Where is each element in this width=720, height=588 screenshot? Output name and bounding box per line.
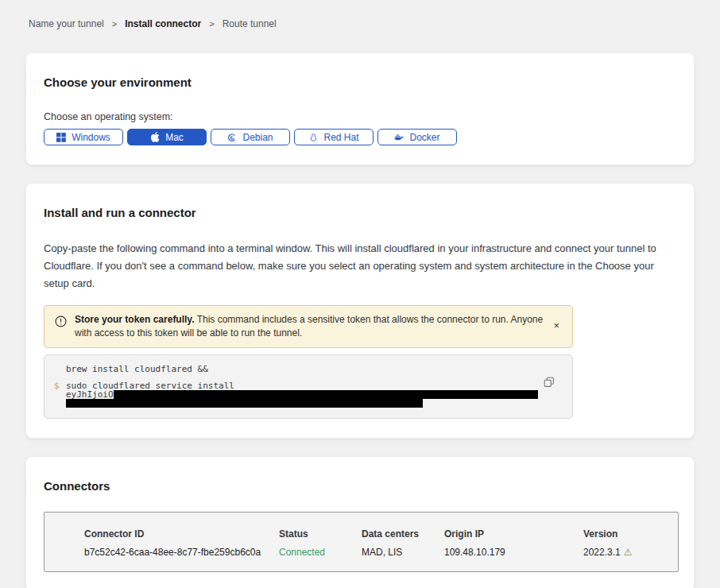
code-line-brew: brew install cloudflared && (66, 365, 561, 373)
os-button-group: Windows Mac Debian Red Hat (44, 129, 676, 145)
data-centers-value: MAD, LIS (362, 547, 444, 558)
breadcrumb-separator: > (112, 19, 117, 29)
environment-card: Choose your environment Choose an operat… (25, 52, 695, 165)
os-button-label: Debian (242, 132, 273, 143)
version-value: 2022.3.1 ⚠ (583, 547, 678, 558)
code-line: brew install cloudflared && (54, 365, 561, 373)
install-card: Install and run a connector Copy-paste t… (25, 183, 695, 439)
os-button-docker[interactable]: Docker (377, 129, 457, 145)
redacted-token-bar (66, 399, 423, 408)
prompt-spacer (54, 365, 66, 373)
connectors-table-header: Connector ID Status Data centers Origin … (84, 528, 678, 540)
token-warning-text: Store your token carefully. This command… (75, 313, 544, 340)
connector-id-value: b7c52c42-6caa-48ee-8c77-fbe259cb6c0a (84, 547, 279, 558)
breadcrumb-route-tunnel[interactable]: Route tunnel (223, 18, 277, 29)
breadcrumb: Name your tunnel > Install connector > R… (25, 18, 695, 29)
header-data-centers: Data centers (362, 528, 444, 540)
os-button-debian[interactable]: Debian (211, 129, 290, 145)
breadcrumb-install-connector[interactable]: Install connector (125, 18, 201, 29)
os-button-redhat[interactable]: Red Hat (294, 129, 374, 145)
header-origin-ip: Origin IP (444, 528, 583, 540)
debian-logo-icon (227, 133, 237, 142)
origin-ip-value: 109.48.10.179 (444, 547, 583, 558)
install-command-code-block: brew install cloudflared && $ sudo cloud… (44, 354, 573, 419)
token-warning-banner: Store your token carefully. This command… (44, 305, 573, 348)
breadcrumb-separator: > (209, 19, 214, 29)
os-button-mac[interactable]: Mac (127, 129, 207, 145)
os-button-label: Red Hat (323, 132, 358, 143)
header-connector-id: Connector ID (84, 528, 279, 540)
shell-prompt: $ (54, 381, 66, 408)
tunnel-setup-page: Name your tunnel > Install connector > R… (0, 0, 720, 588)
docker-logo-icon (394, 133, 404, 142)
code-line-install: sudo cloudflared service installeyJhIjoi… (66, 381, 561, 408)
os-button-windows[interactable]: Windows (44, 129, 123, 145)
os-button-label: Mac (165, 132, 184, 143)
token-warning-title: Store your token carefully. (75, 314, 195, 325)
warning-close-icon[interactable]: × (552, 320, 561, 331)
install-description: Copy-paste the following command into a … (44, 240, 676, 292)
os-button-label: Docker (409, 132, 439, 143)
windows-logo-icon (56, 133, 66, 142)
version-number: 2022.3.1 (583, 547, 621, 558)
status-badge: Connected (279, 547, 362, 558)
copy-icon[interactable] (544, 377, 555, 388)
connectors-card-title: Connectors (44, 479, 676, 493)
version-warning-icon[interactable]: ⚠ (624, 547, 633, 558)
os-select-label: Choose an operating system: (44, 111, 676, 122)
redhat-logo-icon (308, 133, 318, 142)
connectors-table: Connector ID Status Data centers Origin … (44, 512, 679, 572)
install-card-title: Install and run a connector (44, 206, 676, 219)
connectors-card: Connectors Connector ID Status Data cent… (25, 456, 695, 588)
header-status: Status (279, 528, 362, 540)
redacted-token-bar (114, 390, 538, 399)
breadcrumb-name-your-tunnel[interactable]: Name your tunnel (29, 18, 104, 29)
environment-card-title: Choose your environment (44, 75, 676, 89)
connector-row: b7c52c42-6caa-48ee-8c77-fbe259cb6c0a Con… (84, 547, 678, 558)
code-line: $ sudo cloudflared service installeyJhIj… (54, 381, 561, 408)
info-circle-icon (55, 315, 67, 331)
os-button-label: Windows (72, 132, 110, 143)
header-version: Version (583, 528, 678, 540)
apple-logo-icon (150, 133, 160, 142)
